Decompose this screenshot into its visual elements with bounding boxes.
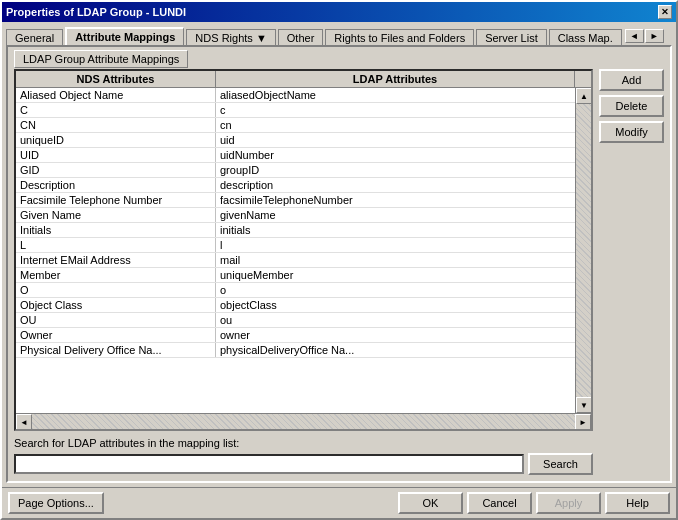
delete-button[interactable]: Delete — [599, 95, 664, 117]
apply-button[interactable]: Apply — [536, 492, 601, 514]
table-row[interactable]: Given Name givenName — [16, 208, 575, 223]
table-row[interactable]: C c — [16, 103, 575, 118]
tab-rights-files-folders[interactable]: Rights to Files and Folders — [325, 29, 474, 45]
table-row[interactable]: Member uniqueMember — [16, 268, 575, 283]
search-row: Search — [14, 453, 593, 475]
window-title: Properties of LDAP Group - LUNDI — [6, 6, 186, 18]
scroll-up-button[interactable]: ▲ — [576, 88, 592, 104]
main-panel: NDS Attributes LDAP Attributes Aliased O… — [14, 69, 664, 475]
table-row[interactable]: uniqueID uid — [16, 133, 575, 148]
table-row[interactable]: OU ou — [16, 313, 575, 328]
help-button[interactable]: Help — [605, 492, 670, 514]
page-options-button[interactable]: Page Options... — [8, 492, 104, 514]
scroll-right-button[interactable]: ► — [575, 414, 591, 430]
bottom-left: Page Options... — [8, 492, 394, 514]
title-bar: Properties of LDAP Group - LUNDI ✕ — [2, 2, 676, 22]
table-row[interactable]: Initials initials — [16, 223, 575, 238]
header-ldap: LDAP Attributes — [216, 71, 575, 87]
cancel-button[interactable]: Cancel — [467, 492, 532, 514]
table-row[interactable]: Internet EMail Address mail — [16, 253, 575, 268]
table-body: Aliased Object Name aliasedObjectName C … — [16, 88, 575, 413]
header-nds: NDS Attributes — [16, 71, 216, 87]
tab-attribute-mappings[interactable]: Attribute Mappings — [65, 27, 184, 45]
table-row[interactable]: Object Class objectClass — [16, 298, 575, 313]
nav-next-button[interactable]: ► — [645, 29, 664, 43]
table-row[interactable]: L l — [16, 238, 575, 253]
tab-nds-rights[interactable]: NDS Rights ▼ — [186, 29, 275, 45]
bottom-right: OK Cancel Apply Help — [398, 492, 670, 514]
table-row[interactable]: GID groupID — [16, 163, 575, 178]
search-input[interactable] — [14, 454, 524, 474]
attribute-table: NDS Attributes LDAP Attributes Aliased O… — [14, 69, 593, 431]
search-area: Search for LDAP attributes in the mappin… — [14, 437, 593, 475]
tabs-row: General Attribute Mappings NDS Rights ▼ … — [6, 26, 672, 45]
search-button[interactable]: Search — [528, 453, 593, 475]
tab-content: LDAP Group Attribute Mappings NDS Attrib… — [6, 45, 672, 483]
tab-general[interactable]: General — [6, 29, 63, 45]
nav-prev-button[interactable]: ◄ — [625, 29, 644, 43]
close-button[interactable]: ✕ — [658, 5, 672, 19]
main-window: Properties of LDAP Group - LUNDI ✕ Gener… — [0, 0, 678, 520]
tab-other[interactable]: Other — [278, 29, 324, 45]
nds-rights-arrow: ▼ — [256, 32, 267, 44]
add-button[interactable]: Add — [599, 69, 664, 91]
vertical-scrollbar[interactable]: ▲ ▼ — [575, 88, 591, 413]
bottom-bar: Page Options... OK Cancel Apply Help — [2, 487, 676, 518]
table-header: NDS Attributes LDAP Attributes — [16, 71, 591, 88]
side-buttons: Add Delete Modify — [599, 69, 664, 475]
table-row[interactable]: O o — [16, 283, 575, 298]
table-row[interactable]: Physical Delivery Office Na... physicalD… — [16, 343, 575, 358]
scroll-track[interactable] — [576, 104, 591, 397]
title-bar-buttons: ✕ — [658, 5, 672, 19]
scroll-left-button[interactable]: ◄ — [16, 414, 32, 430]
table-row[interactable]: UID uidNumber — [16, 148, 575, 163]
scroll-down-button[interactable]: ▼ — [576, 397, 592, 413]
content-area: General Attribute Mappings NDS Rights ▼ … — [2, 22, 676, 487]
horiz-scroll-track[interactable] — [32, 414, 575, 429]
table-row[interactable]: Owner owner — [16, 328, 575, 343]
table-row[interactable]: Description description — [16, 178, 575, 193]
table-row[interactable]: Facsimile Telephone Number facsimileTele… — [16, 193, 575, 208]
tab-server-list[interactable]: Server List — [476, 29, 547, 45]
table-row[interactable]: CN cn — [16, 118, 575, 133]
horizontal-scrollbar[interactable]: ◄ ► — [16, 413, 591, 429]
sub-tab-ldap-group[interactable]: LDAP Group Attribute Mappings — [14, 50, 188, 68]
modify-button[interactable]: Modify — [599, 121, 664, 143]
ok-button[interactable]: OK — [398, 492, 463, 514]
tab-class-map[interactable]: Class Map. — [549, 29, 622, 45]
search-label: Search for LDAP attributes in the mappin… — [14, 437, 593, 449]
sub-tab-row: LDAP Group Attribute Mappings — [14, 53, 664, 65]
table-row[interactable]: Aliased Object Name aliasedObjectName — [16, 88, 575, 103]
